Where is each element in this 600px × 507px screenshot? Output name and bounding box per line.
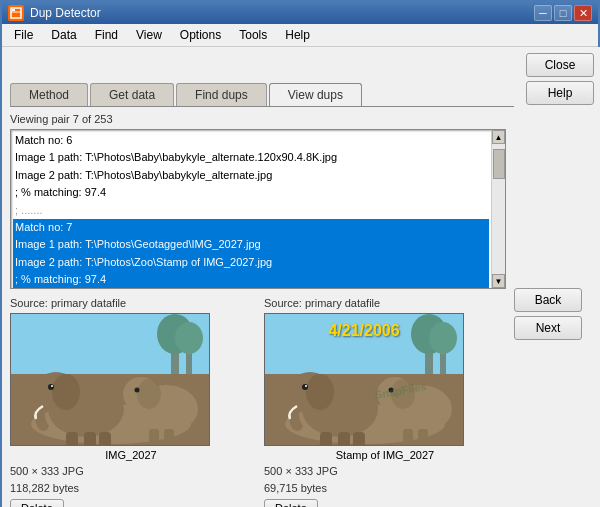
right-image-actions: Delete xyxy=(264,499,506,507)
menu-options[interactable]: Options xyxy=(172,26,229,44)
scroll-up-button[interactable]: ▲ xyxy=(492,130,505,144)
viewing-label: Viewing pair 7 of 253 xyxy=(10,113,506,125)
left-image-name: IMG_2027 xyxy=(10,449,252,461)
svg-point-8 xyxy=(52,374,80,410)
svg-rect-30 xyxy=(320,432,332,446)
svg-rect-32 xyxy=(353,432,365,446)
list-item[interactable]: ; ....... xyxy=(13,202,489,219)
help-button[interactable]: Help xyxy=(526,81,594,105)
tab-method[interactable]: Method xyxy=(10,83,88,106)
title-bar: Dup Detector ─ □ ✕ xyxy=(2,2,598,24)
list-item-selected[interactable]: Match no: 7 xyxy=(13,219,489,236)
app-icon xyxy=(8,5,24,21)
svg-rect-38 xyxy=(403,429,413,446)
svg-point-19 xyxy=(135,388,140,393)
menu-help[interactable]: Help xyxy=(277,26,318,44)
svg-point-16 xyxy=(137,379,161,409)
left-image-info: 500 × 333 JPG 118,282 bytes xyxy=(10,463,252,496)
left-image-panel: Source: primary datafile xyxy=(10,297,252,507)
svg-rect-9 xyxy=(66,432,78,446)
app-title: Dup Detector xyxy=(30,6,534,20)
date-overlay: 4/21/2006 xyxy=(328,322,399,340)
left-image xyxy=(11,314,210,446)
left-source-label: Source: primary datafile xyxy=(10,297,252,309)
menu-tools[interactable]: Tools xyxy=(231,26,275,44)
next-button[interactable]: Next xyxy=(514,316,582,340)
svg-rect-17 xyxy=(149,429,159,446)
tab-view-dups[interactable]: View dups xyxy=(269,83,362,106)
list-item[interactable]: ; % matching: 97.4 xyxy=(13,271,489,288)
menu-find[interactable]: Find xyxy=(87,26,126,44)
right-image-name: Stamp of IMG_2027 xyxy=(264,449,506,461)
left-image-actions: Delete xyxy=(10,499,252,507)
menu-file[interactable]: File xyxy=(6,26,41,44)
minimize-button[interactable]: ─ xyxy=(534,5,552,21)
list-item[interactable]: ; % matching: 97.4 xyxy=(13,184,489,201)
scroll-track[interactable] xyxy=(492,144,505,274)
nav-panel: Back Next xyxy=(514,113,594,507)
svg-rect-18 xyxy=(164,429,174,446)
maximize-button[interactable]: □ xyxy=(554,5,572,21)
list-item[interactable]: Image 1 path: T:\Photos\Geotagged\IMG_20… xyxy=(13,236,489,253)
svg-rect-2 xyxy=(12,9,15,11)
svg-rect-39 xyxy=(418,429,428,446)
list-item[interactable]: Image 2 path: T:\Photos\Zoo\Stamp of IMG… xyxy=(13,254,489,271)
right-image-info: 500 × 333 JPG 69,715 bytes xyxy=(264,463,506,496)
close-button[interactable]: Close xyxy=(526,53,594,77)
svg-point-23 xyxy=(175,322,203,354)
right-image-panel: Source: primary datafile xyxy=(264,297,506,507)
list-item[interactable]: Image 1 path: T:\Photos\Baby\babykyle_al… xyxy=(13,149,489,166)
svg-point-12 xyxy=(48,384,54,390)
menu-bar: File Data Find View Options Tools Help xyxy=(2,24,598,47)
svg-point-29 xyxy=(306,374,334,410)
svg-rect-31 xyxy=(338,432,350,446)
tab-find-dups[interactable]: Find dups xyxy=(176,83,267,106)
svg-point-33 xyxy=(302,384,308,390)
svg-rect-11 xyxy=(99,432,111,446)
scroll-down-button[interactable]: ▼ xyxy=(492,274,505,288)
list-item[interactable]: Match no: 6 xyxy=(13,132,489,149)
svg-point-13 xyxy=(51,385,53,387)
tab-get-data[interactable]: Get data xyxy=(90,83,174,106)
close-window-button[interactable]: ✕ xyxy=(574,5,592,21)
svg-point-44 xyxy=(429,322,457,354)
scroll-thumb[interactable] xyxy=(493,149,505,179)
right-source-label: Source: primary datafile xyxy=(264,297,506,309)
back-button[interactable]: Back xyxy=(514,288,582,312)
svg-point-34 xyxy=(305,385,307,387)
svg-rect-10 xyxy=(84,432,96,446)
left-image-frame xyxy=(10,313,210,446)
menu-data[interactable]: Data xyxy=(43,26,84,44)
menu-view[interactable]: View xyxy=(128,26,170,44)
match-list[interactable]: Match no: 6 Image 1 path: T:\Photos\Baby… xyxy=(10,129,506,289)
list-item[interactable]: Image 2 path: T:\Photos\Baby\babykyle_al… xyxy=(13,167,489,184)
left-delete-button[interactable]: Delete xyxy=(10,499,64,507)
right-image-frame: SnapFiles 4/21/2006 xyxy=(264,313,464,446)
right-delete-button[interactable]: Delete xyxy=(264,499,318,507)
